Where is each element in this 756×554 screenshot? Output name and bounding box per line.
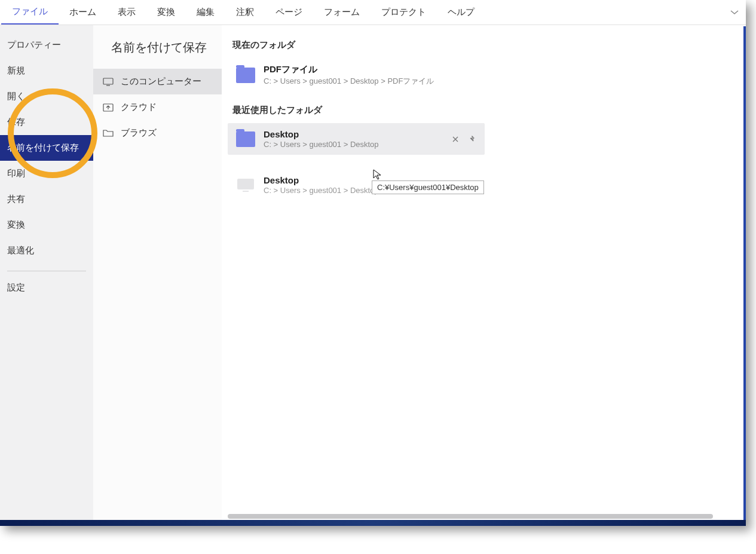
- location-label: このコンピューター: [121, 76, 201, 87]
- recent-folder-row[interactable]: Desktop C: > Users > guest001 > Desktop: [228, 123, 485, 155]
- sidebar-item-new[interactable]: 新規: [0, 58, 93, 84]
- folder-name: PDFファイル: [264, 64, 434, 75]
- menu-home[interactable]: ホーム: [59, 1, 107, 24]
- svg-rect-3: [237, 179, 254, 189]
- folder-path: C: > Users > guest001 > Desktop > PDFファイ…: [264, 76, 434, 87]
- menu-edit[interactable]: 編集: [186, 1, 225, 24]
- svg-rect-0: [103, 78, 113, 84]
- sidebar-item-open[interactable]: 開く: [0, 84, 93, 109]
- sidebar-item-optimize[interactable]: 最適化: [0, 238, 93, 264]
- window-bottom-bar: [0, 520, 746, 526]
- location-cloud[interactable]: クラウド: [93, 94, 222, 120]
- current-folder-row[interactable]: PDFファイル C: > Users > guest001 > Desktop …: [228, 58, 485, 93]
- svg-rect-4: [243, 191, 249, 192]
- menu-convert[interactable]: 変換: [146, 1, 186, 24]
- save-as-location-column: 名前を付けて保存 このコンピューター クラウド ブラウズ: [93, 25, 222, 526]
- panel-title: 名前を付けて保存: [93, 39, 222, 69]
- sidebar-item-share[interactable]: 共有: [0, 186, 93, 212]
- sidebar-divider: [7, 271, 86, 271]
- menu-file[interactable]: ファイル: [1, 0, 59, 25]
- folder-outline-icon: [103, 129, 114, 137]
- remove-recent-icon[interactable]: [451, 135, 460, 143]
- monitor-gray-icon: [236, 177, 255, 193]
- location-this-computer[interactable]: このコンピューター: [93, 69, 222, 94]
- sidebar-item-print[interactable]: 印刷: [0, 161, 93, 186]
- scrollbar-thumb[interactable]: [228, 514, 713, 519]
- folder-icon: [236, 68, 255, 83]
- sidebar-item-properties[interactable]: プロパティー: [0, 32, 93, 58]
- horizontal-scrollbar[interactable]: [228, 514, 723, 520]
- folder-path: C: > Users > guest001 > Desktop: [264, 186, 379, 195]
- menu-bar: ファイル ホーム 表示 変換 編集 注釈 ページ フォーム プロテクト ヘルプ: [0, 0, 746, 25]
- recent-folder-header: 最近使用したフォルダ: [232, 105, 740, 116]
- app-window: ファイル ホーム 表示 変換 編集 注釈 ページ フォーム プロテクト ヘルプ …: [0, 0, 746, 526]
- menu-comment[interactable]: 注釈: [225, 1, 265, 24]
- menu-view[interactable]: 表示: [107, 1, 146, 24]
- collapse-ribbon-icon[interactable]: [730, 7, 739, 17]
- folder-name: Desktop: [264, 175, 379, 185]
- sidebar-item-settings[interactable]: 設定: [0, 275, 93, 301]
- cloud-upload-icon: [103, 103, 114, 112]
- folder-name: Desktop: [264, 129, 379, 139]
- sidebar-item-convert-side[interactable]: 変換: [0, 212, 93, 238]
- folder-list-panel: 現在のフォルダ PDFファイル C: > Users > guest001 > …: [222, 25, 746, 526]
- location-browse[interactable]: ブラウズ: [93, 120, 222, 146]
- path-tooltip: C:¥Users¥guest001¥Desktop: [372, 180, 484, 194]
- menu-protect[interactable]: プロテクト: [371, 1, 437, 24]
- menu-form[interactable]: フォーム: [313, 1, 371, 24]
- left-sidebar: プロパティー 新規 開く 保存 名前を付けて保存 印刷 共有 変換 最適化 設定: [0, 25, 93, 526]
- window-right-edge: [743, 26, 746, 526]
- folder-icon: [236, 131, 255, 147]
- sidebar-item-save-as[interactable]: 名前を付けて保存: [0, 135, 93, 161]
- body-row: プロパティー 新規 開く 保存 名前を付けて保存 印刷 共有 変換 最適化 設定…: [0, 25, 746, 526]
- menu-page[interactable]: ページ: [265, 1, 313, 24]
- pin-icon[interactable]: [468, 135, 476, 143]
- location-label: クラウド: [121, 102, 157, 113]
- folder-path: C: > Users > guest001 > Desktop: [264, 140, 379, 149]
- monitor-icon: [103, 78, 114, 86]
- sidebar-item-save[interactable]: 保存: [0, 109, 93, 135]
- location-label: ブラウズ: [121, 127, 157, 139]
- menu-help[interactable]: ヘルプ: [437, 1, 485, 24]
- current-folder-header: 現在のフォルダ: [232, 39, 740, 51]
